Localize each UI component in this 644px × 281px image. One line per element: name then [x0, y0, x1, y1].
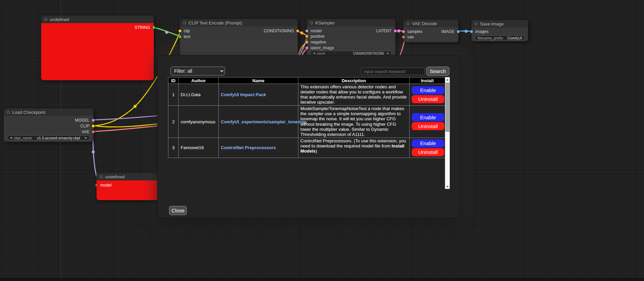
- output-slot-clip[interactable]: [92, 124, 95, 128]
- output-slot-vae[interactable]: [92, 130, 95, 134]
- node-title: CLIP Text Encode (Prompt): [188, 20, 242, 25]
- table-scrollbar[interactable]: ▲ ▼: [445, 77, 450, 189]
- enable-button[interactable]: Enable: [412, 86, 444, 94]
- node-graph-canvas[interactable]: undefined STRING CLIP Text Encode (Promp…: [0, 0, 644, 281]
- input-slot-negative[interactable]: [305, 40, 309, 44]
- scrollbar-thumb[interactable]: [445, 83, 449, 132]
- uninstall-button[interactable]: Uninstall: [412, 122, 444, 130]
- link-midpoint-dot[interactable]: [92, 151, 95, 154]
- increment-arrow-icon[interactable]: ▶: [85, 136, 87, 139]
- node-save-image[interactable]: Save Image images filename_prefix ComfyU…: [471, 20, 528, 41]
- comfyui-manager-dialog: Filter: all Search ID Author Name Descri…: [157, 55, 460, 218]
- slot-label: STRING: [135, 25, 150, 30]
- input-slot-images[interactable]: [470, 30, 473, 33]
- increment-arrow-icon[interactable]: ▶: [387, 52, 389, 55]
- collapse-dot[interactable]: [44, 18, 47, 21]
- input-slot-model[interactable]: [305, 29, 309, 33]
- node-body: samples vae IMAGE: [403, 27, 458, 42]
- input-slot-latent-image[interactable]: [305, 46, 309, 50]
- node-ksampler[interactable]: KSampler model positive negative latent_…: [307, 19, 396, 57]
- extension-table: ID Author Name Description Install 1 Dr.…: [168, 77, 445, 158]
- ext-id: 2: [168, 106, 179, 138]
- decrement-arrow-icon[interactable]: ◀: [313, 52, 315, 55]
- filename-prefix-widget[interactable]: filename_prefix ComfyUI: [475, 35, 525, 40]
- widget-value: v1-5-pruned-emaonly.ckpt: [34, 136, 83, 140]
- node-title: KSampler: [315, 20, 335, 25]
- node-undefined-top[interactable]: undefined STRING: [41, 15, 154, 81]
- widget-label: seed: [317, 51, 325, 55]
- node-title-bar[interactable]: KSampler: [307, 19, 395, 27]
- table-row: 1 Dr.Lt.Data ComfyUI Impact Pack This ex…: [168, 84, 445, 106]
- node-load-checkpoint[interactable]: Load Checkpoint MODEL CLIP VAE ◀ ckpt_na…: [3, 108, 94, 142]
- link-midpoint-dot[interactable]: [165, 31, 168, 34]
- link-midpoint-dot[interactable]: [397, 30, 400, 33]
- collapse-dot[interactable]: [100, 175, 103, 178]
- search-button[interactable]: Search: [426, 67, 449, 76]
- scroll-up-icon[interactable]: ▲: [445, 77, 450, 82]
- close-button[interactable]: Close: [169, 206, 187, 215]
- ext-description: This extension offers various detector n…: [298, 84, 410, 106]
- col-header-name: Name: [219, 77, 298, 84]
- col-header-install: Install: [410, 77, 445, 84]
- ext-description: ControlNet Preprocessors. (To use this e…: [298, 138, 410, 158]
- collapse-dot[interactable]: [7, 111, 10, 114]
- uninstall-button[interactable]: Uninstall: [412, 148, 444, 156]
- output-slot-string[interactable]: [152, 26, 155, 29]
- output-slot-image[interactable]: [457, 30, 460, 33]
- node-title-bar[interactable]: undefined: [41, 16, 154, 23]
- table-row: 3 Fannovel16 ControlNet Preprocessors Co…: [168, 138, 445, 158]
- extension-link[interactable]: ControlNet Preprocessors: [221, 145, 276, 150]
- node-body: model positive negative latent_image LAT…: [307, 27, 395, 56]
- link-midpoint-dot[interactable]: [465, 30, 468, 33]
- node-body: STRING: [41, 23, 154, 80]
- collapse-dot[interactable]: [475, 22, 478, 25]
- input-slot-text[interactable]: [178, 35, 182, 38]
- collapse-dot[interactable]: [407, 22, 410, 25]
- extension-link[interactable]: ComfyUI_experiments/sampler_tonemap: [221, 119, 307, 124]
- uninstall-button[interactable]: Uninstall: [412, 95, 444, 103]
- ext-author: comfyanonymous: [179, 106, 219, 138]
- slot-label: latent_image: [311, 46, 334, 50]
- slot-label: VAE: [82, 129, 89, 134]
- node-clip-text-encode[interactable]: CLIP Text Encode (Prompt) clip text COND…: [180, 19, 298, 57]
- col-header-description: Description: [298, 77, 410, 84]
- link-midpoint-dot[interactable]: [134, 105, 137, 108]
- widget-label: ckpt_name: [14, 136, 32, 140]
- filter-select[interactable]: Filter: all: [170, 67, 225, 75]
- node-title-bar[interactable]: Load Checkpoint: [4, 108, 93, 116]
- node-vae-decode[interactable]: VAE Decode samples vae IMAGE: [403, 19, 459, 42]
- node-title-bar[interactable]: VAE Decode: [403, 20, 458, 27]
- collapse-dot[interactable]: [183, 21, 186, 24]
- slot-label: model: [311, 29, 322, 33]
- slot-label: CONDITIONING: [264, 29, 294, 33]
- ext-id: 3: [168, 138, 179, 158]
- input-slot-samples[interactable]: [402, 30, 405, 33]
- output-slot-conditioning[interactable]: [296, 29, 299, 33]
- output-slot-model[interactable]: [92, 119, 95, 122]
- slot-label: clip: [184, 29, 190, 33]
- node-title: Save Image: [480, 21, 503, 27]
- slot-label: images: [475, 29, 489, 34]
- output-slot-latent[interactable]: [394, 29, 397, 33]
- input-slot-positive[interactable]: [305, 35, 309, 38]
- input-slot-model[interactable]: [95, 183, 98, 187]
- input-slot-vae[interactable]: [402, 35, 405, 39]
- scroll-down-icon[interactable]: ▼: [445, 184, 450, 189]
- node-title-bar[interactable]: CLIP Text Encode (Prompt): [180, 19, 298, 27]
- node-title-bar[interactable]: Save Image: [472, 20, 528, 28]
- link-midpoint-dot[interactable]: [300, 32, 303, 35]
- col-header-id: ID: [168, 77, 179, 84]
- enable-button[interactable]: Enable: [412, 139, 444, 147]
- search-input[interactable]: [361, 68, 425, 75]
- enable-button[interactable]: Enable: [412, 113, 444, 121]
- ext-description: ModelSamplerTonemapNoiseTest a node that…: [298, 106, 410, 138]
- node-title: VAE Decode: [412, 21, 437, 26]
- decrement-arrow-icon[interactable]: ◀: [10, 136, 12, 139]
- extension-link[interactable]: ComfyUI Impact Pack: [221, 92, 266, 97]
- slot-label: CLIP: [80, 124, 89, 128]
- input-slot-clip[interactable]: [178, 29, 182, 33]
- ext-author: Dr.Lt.Data: [179, 84, 219, 106]
- slot-label: positive: [311, 34, 325, 39]
- ckpt-name-widget[interactable]: ◀ ckpt_name v1-5-pruned-emaonly.ckpt ▶: [7, 135, 90, 140]
- collapse-dot[interactable]: [310, 21, 313, 24]
